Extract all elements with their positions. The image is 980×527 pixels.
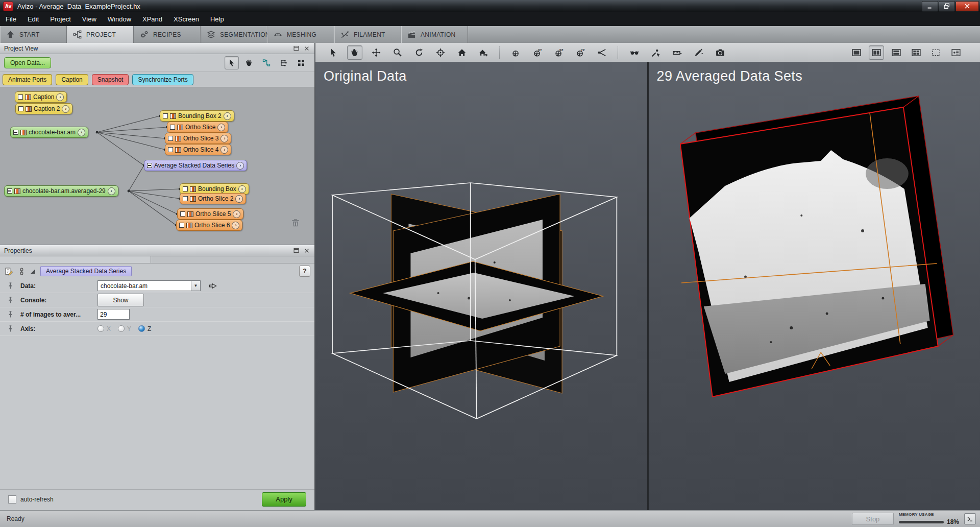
node-caption[interactable]: Caption›: [15, 91, 67, 103]
module-name-badge[interactable]: Average Stacked Data Series: [40, 266, 132, 276]
animate-ports-button[interactable]: Animate Ports: [3, 74, 52, 85]
trash-icon[interactable]: [291, 218, 300, 227]
colormap-icon[interactable]: [190, 186, 196, 192]
viewer-toggle-icon[interactable]: [18, 94, 23, 100]
viewer-toggle-icon[interactable]: [180, 211, 185, 217]
viewer-toggle-icon[interactable]: [168, 136, 173, 141]
synchronize-ports-button[interactable]: Synchronize Ports: [132, 74, 193, 85]
tab-recipes[interactable]: RECIPES: [134, 26, 201, 43]
rotate-tool[interactable]: [411, 45, 427, 60]
snapshot-tool[interactable]: [713, 45, 728, 60]
view-all-tool[interactable]: [508, 45, 524, 60]
perspective-tool[interactable]: [594, 45, 609, 60]
node-ortho-slice-2[interactable]: Ortho Slice 2›: [180, 193, 246, 204]
menu-xscreen[interactable]: XScreen: [168, 12, 205, 26]
node-menu-arrow-icon[interactable]: ›: [235, 195, 243, 203]
node-ortho-slice-6[interactable]: Ortho Slice 6›: [176, 220, 242, 231]
node-menu-arrow-icon[interactable]: ›: [232, 222, 239, 229]
zoom-tool[interactable]: [390, 45, 405, 60]
menu-window[interactable]: Window: [102, 12, 137, 26]
viewer-toggle-icon[interactable]: [163, 113, 168, 118]
grid-layout-tool[interactable]: [294, 56, 308, 69]
tab-meshing[interactable]: MESHING: [267, 26, 334, 43]
tab-animation[interactable]: ANIMATION: [401, 26, 468, 43]
node-menu-arrow-icon[interactable]: ›: [78, 129, 85, 136]
view-yz-tool[interactable]: YZ: [573, 45, 588, 60]
translate-tool[interactable]: [369, 45, 384, 60]
node-ortho-slice-4[interactable]: Ortho Slice 4›: [165, 144, 231, 155]
node-ortho-slice[interactable]: Ortho Slice›: [167, 122, 228, 133]
view-xz-tool[interactable]: XZ: [551, 45, 567, 60]
colormap-icon[interactable]: [177, 125, 183, 130]
node-menu-arrow-icon[interactable]: ›: [220, 135, 228, 142]
seek-tool[interactable]: [433, 45, 448, 60]
pan-tool[interactable]: [242, 56, 256, 69]
colormap-icon[interactable]: [175, 147, 181, 153]
colormap-icon[interactable]: [26, 106, 32, 112]
node-bounding-box-2[interactable]: Bounding Box 2›: [160, 110, 234, 122]
tab-segmentation[interactable]: SEGMENTATION: [201, 26, 267, 43]
layout-two-horizontal[interactable]: [889, 45, 904, 60]
trackball-tool[interactable]: [347, 45, 362, 60]
node-chocolate-bar-am[interactable]: chocolate-bar.am›: [10, 127, 88, 138]
collapse-box-icon[interactable]: [147, 163, 152, 168]
node-ortho-slice-3[interactable]: Ortho Slice 3›: [165, 133, 231, 144]
colormap-icon[interactable]: [25, 94, 31, 100]
viewer-toggle-icon[interactable]: [179, 223, 184, 228]
collapse-icon[interactable]: [31, 269, 35, 274]
close-panel-button[interactable]: [303, 44, 310, 52]
menu-file[interactable]: File: [0, 12, 22, 26]
colormap-icon[interactable]: [190, 196, 196, 202]
close-panel-button[interactable]: [303, 247, 310, 254]
axis-radio-x[interactable]: X: [97, 325, 111, 332]
node-menu-arrow-icon[interactable]: ›: [220, 146, 228, 154]
view-xy-tool[interactable]: XY: [530, 45, 545, 60]
minimize-button[interactable]: [922, 1, 938, 12]
tab-start[interactable]: START: [0, 26, 67, 43]
layout-single[interactable]: [849, 45, 864, 60]
interact-tool[interactable]: [326, 45, 341, 60]
node-menu-arrow-icon[interactable]: ›: [233, 210, 240, 218]
original-data-3d-scene[interactable]: [315, 62, 647, 511]
collapse-box-icon[interactable]: [13, 130, 18, 135]
colormap-icon[interactable]: [186, 223, 192, 228]
colormap-icon[interactable]: [14, 188, 20, 194]
colormap-icon[interactable]: [20, 130, 27, 135]
node-graph-canvas[interactable]: Caption›Caption 2›chocolate-bar.am›Bound…: [0, 87, 314, 245]
select-tool[interactable]: [225, 56, 239, 69]
interconnect-tool[interactable]: [259, 56, 274, 69]
view-averaged-data[interactable]: 29 Averaged Data Sets: [647, 62, 980, 511]
apply-button[interactable]: Apply: [262, 492, 306, 507]
node-menu-arrow-icon[interactable]: ›: [217, 124, 225, 131]
layout-free[interactable]: [928, 45, 944, 60]
viewer-toggle-icon[interactable]: [183, 186, 188, 191]
menu-xpand[interactable]: XPand: [137, 12, 168, 26]
snapshot-button[interactable]: Snapshot: [92, 74, 129, 85]
node-menu-arrow-icon[interactable]: ›: [236, 162, 244, 170]
node-chocolate-bar-am-averaged-29[interactable]: chocolate-bar.am.averaged-29›: [4, 185, 118, 197]
set-home-tool[interactable]: [476, 45, 491, 60]
tab-project[interactable]: PROJECT: [67, 26, 134, 43]
link-icon[interactable]: [18, 268, 26, 275]
menu-project[interactable]: Project: [44, 12, 76, 26]
layout-extra[interactable]: [948, 45, 964, 60]
show-console-button[interactable]: Show: [97, 294, 144, 306]
measure-tool[interactable]: [670, 45, 685, 60]
tab-filament[interactable]: FILAMENT: [334, 26, 401, 43]
node-menu-arrow-icon[interactable]: ›: [56, 93, 64, 101]
menu-help[interactable]: Help: [205, 12, 230, 26]
close-button[interactable]: [955, 1, 979, 12]
layout-four[interactable]: [909, 45, 924, 60]
home-tool[interactable]: [454, 45, 470, 60]
collapse-box-icon[interactable]: [7, 188, 12, 194]
node-menu-arrow-icon[interactable]: ›: [62, 105, 69, 113]
probe-tool[interactable]: [648, 45, 664, 60]
node-menu-arrow-icon[interactable]: ›: [238, 185, 246, 193]
node-menu-arrow-icon[interactable]: ›: [224, 112, 231, 120]
viewer-toggle-icon[interactable]: [183, 196, 188, 201]
layout-two-vertical[interactable]: [869, 45, 884, 60]
stereo-tool[interactable]: [627, 45, 642, 60]
viewer-toggle-icon[interactable]: [18, 106, 23, 111]
colormap-icon[interactable]: [187, 211, 193, 217]
stop-button[interactable]: Stop: [852, 513, 894, 525]
